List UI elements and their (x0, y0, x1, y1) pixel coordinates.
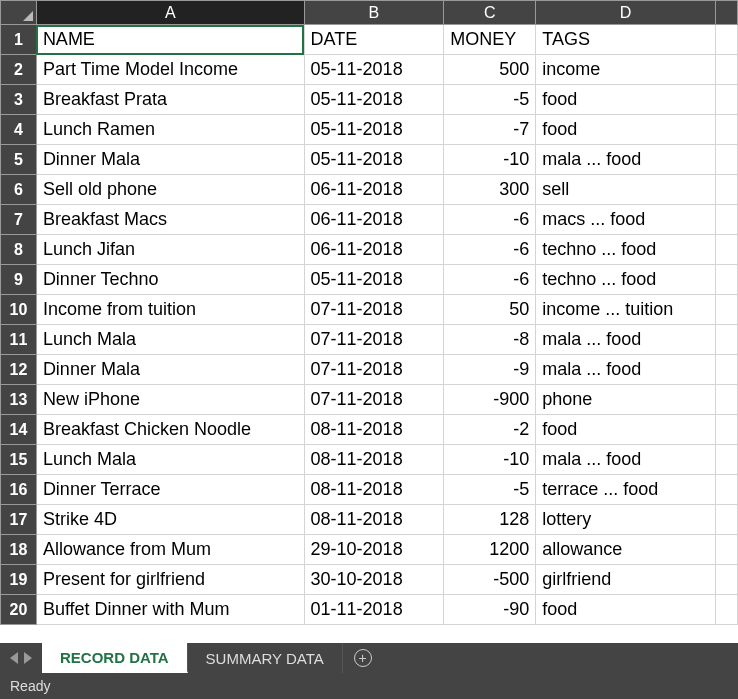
cell-C17[interactable]: 128 (444, 505, 536, 535)
cell-C3[interactable]: -5 (444, 85, 536, 115)
cell-B6[interactable]: 06-11-2018 (304, 175, 444, 205)
cell-B20[interactable]: 01-11-2018 (304, 595, 444, 625)
cell-E17[interactable] (716, 505, 738, 535)
row-header-12[interactable]: 12 (1, 355, 37, 385)
row-header-5[interactable]: 5 (1, 145, 37, 175)
cell-B18[interactable]: 29-10-2018 (304, 535, 444, 565)
select-all-corner[interactable] (1, 1, 37, 25)
sheet-tab-record-data[interactable]: RECORD DATA (42, 643, 188, 673)
cell-A12[interactable]: Dinner Mala (36, 355, 304, 385)
cell-A4[interactable]: Lunch Ramen (36, 115, 304, 145)
cell-B16[interactable]: 08-11-2018 (304, 475, 444, 505)
cell-D6[interactable]: sell (536, 175, 716, 205)
cell-E13[interactable] (716, 385, 738, 415)
cell-B5[interactable]: 05-11-2018 (304, 145, 444, 175)
col-header-C[interactable]: C (444, 1, 536, 25)
cell-B17[interactable]: 08-11-2018 (304, 505, 444, 535)
cell-B19[interactable]: 30-10-2018 (304, 565, 444, 595)
cell-C1[interactable]: MONEY (444, 25, 536, 55)
cell-A9[interactable]: Dinner Techno (36, 265, 304, 295)
cell-C7[interactable]: -6 (444, 205, 536, 235)
cell-D15[interactable]: mala ... food (536, 445, 716, 475)
row-header-17[interactable]: 17 (1, 505, 37, 535)
cell-A6[interactable]: Sell old phone (36, 175, 304, 205)
cell-E16[interactable] (716, 475, 738, 505)
col-header-B[interactable]: B (304, 1, 444, 25)
cell-D7[interactable]: macs ... food (536, 205, 716, 235)
col-header-A[interactable]: A (36, 1, 304, 25)
row-header-7[interactable]: 7 (1, 205, 37, 235)
cell-D14[interactable]: food (536, 415, 716, 445)
cell-C6[interactable]: 300 (444, 175, 536, 205)
col-header-E[interactable] (716, 1, 738, 25)
cell-D18[interactable]: allowance (536, 535, 716, 565)
cell-E12[interactable] (716, 355, 738, 385)
row-header-18[interactable]: 18 (1, 535, 37, 565)
cell-B14[interactable]: 08-11-2018 (304, 415, 444, 445)
row-header-20[interactable]: 20 (1, 595, 37, 625)
cell-B11[interactable]: 07-11-2018 (304, 325, 444, 355)
cell-D5[interactable]: mala ... food (536, 145, 716, 175)
cell-A19[interactable]: Present for girlfriend (36, 565, 304, 595)
cell-E9[interactable] (716, 265, 738, 295)
cell-E6[interactable] (716, 175, 738, 205)
cell-C2[interactable]: 500 (444, 55, 536, 85)
cell-B8[interactable]: 06-11-2018 (304, 235, 444, 265)
cell-C15[interactable]: -10 (444, 445, 536, 475)
cell-C19[interactable]: -500 (444, 565, 536, 595)
cell-C9[interactable]: -6 (444, 265, 536, 295)
add-sheet-button[interactable]: + (343, 643, 383, 673)
cell-E3[interactable] (716, 85, 738, 115)
cell-C16[interactable]: -5 (444, 475, 536, 505)
cell-D20[interactable]: food (536, 595, 716, 625)
row-header-13[interactable]: 13 (1, 385, 37, 415)
cell-B12[interactable]: 07-11-2018 (304, 355, 444, 385)
cell-A10[interactable]: Income from tuition (36, 295, 304, 325)
cell-C5[interactable]: -10 (444, 145, 536, 175)
cell-E10[interactable] (716, 295, 738, 325)
cell-D12[interactable]: mala ... food (536, 355, 716, 385)
cell-A5[interactable]: Dinner Mala (36, 145, 304, 175)
cell-B10[interactable]: 07-11-2018 (304, 295, 444, 325)
tab-next-icon[interactable] (24, 652, 32, 664)
row-header-19[interactable]: 19 (1, 565, 37, 595)
cell-E7[interactable] (716, 205, 738, 235)
row-header-6[interactable]: 6 (1, 175, 37, 205)
cell-B2[interactable]: 05-11-2018 (304, 55, 444, 85)
cell-D19[interactable]: girlfriend (536, 565, 716, 595)
cell-C11[interactable]: -8 (444, 325, 536, 355)
row-header-1[interactable]: 1 (1, 25, 37, 55)
row-header-10[interactable]: 10 (1, 295, 37, 325)
cell-B9[interactable]: 05-11-2018 (304, 265, 444, 295)
cell-C10[interactable]: 50 (444, 295, 536, 325)
row-header-11[interactable]: 11 (1, 325, 37, 355)
cell-D1[interactable]: TAGS (536, 25, 716, 55)
cell-E4[interactable] (716, 115, 738, 145)
cell-A17[interactable]: Strike 4D (36, 505, 304, 535)
cell-E14[interactable] (716, 415, 738, 445)
row-header-8[interactable]: 8 (1, 235, 37, 265)
cell-D3[interactable]: food (536, 85, 716, 115)
cell-D16[interactable]: terrace ... food (536, 475, 716, 505)
cell-D2[interactable]: income (536, 55, 716, 85)
tab-prev-icon[interactable] (10, 652, 18, 664)
row-header-16[interactable]: 16 (1, 475, 37, 505)
cell-E5[interactable] (716, 145, 738, 175)
cell-A11[interactable]: Lunch Mala (36, 325, 304, 355)
cell-D10[interactable]: income ... tuition (536, 295, 716, 325)
cell-B1[interactable]: DATE (304, 25, 444, 55)
cell-E15[interactable] (716, 445, 738, 475)
row-header-4[interactable]: 4 (1, 115, 37, 145)
row-header-3[interactable]: 3 (1, 85, 37, 115)
cell-C14[interactable]: -2 (444, 415, 536, 445)
cell-C13[interactable]: -900 (444, 385, 536, 415)
cell-A20[interactable]: Buffet Dinner with Mum (36, 595, 304, 625)
cell-C20[interactable]: -90 (444, 595, 536, 625)
cell-C12[interactable]: -9 (444, 355, 536, 385)
cell-D13[interactable]: phone (536, 385, 716, 415)
cell-D11[interactable]: mala ... food (536, 325, 716, 355)
cell-A13[interactable]: New iPhone (36, 385, 304, 415)
row-header-9[interactable]: 9 (1, 265, 37, 295)
cell-E8[interactable] (716, 235, 738, 265)
cell-D4[interactable]: food (536, 115, 716, 145)
